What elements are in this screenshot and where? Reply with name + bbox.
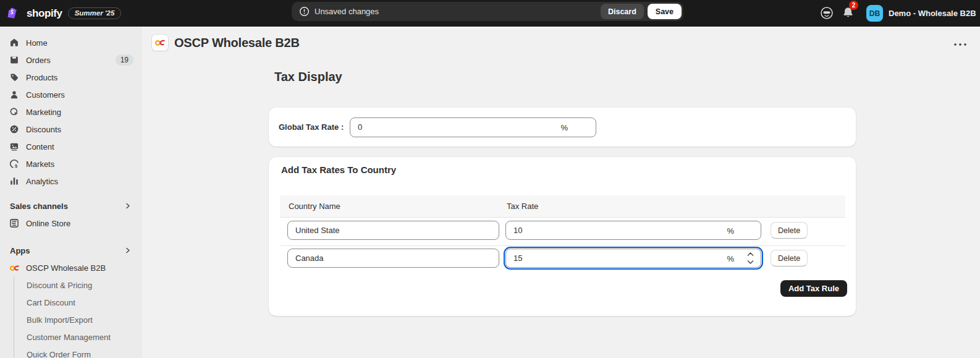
- unsaved-changes-bar: Unsaved changes Discard Save: [292, 2, 683, 21]
- sidebar-item-analytics[interactable]: Analytics: [5, 173, 137, 190]
- sidebar-item-marketing[interactable]: Marketing: [5, 103, 137, 121]
- more-actions-button[interactable]: [950, 36, 970, 53]
- sidebar-item-cart-discount[interactable]: Cart Discount: [14, 294, 142, 311]
- number-stepper: [743, 250, 758, 266]
- sidebar-item-label: Analytics: [26, 177, 58, 186]
- sidebar-item-quick-order-form[interactable]: Quick Order Form: [14, 346, 142, 358]
- column-header-tax-rate: Tax Rate: [507, 202, 538, 211]
- oscp-app-icon: [9, 263, 20, 272]
- apps-label: Apps: [10, 246, 30, 255]
- sidebar-section-sales-channels[interactable]: Sales channels: [5, 197, 137, 215]
- sidebar-item-discount-pricing[interactable]: Discount & Pricing: [14, 276, 142, 294]
- store-name: Demo - Wholesale B2B: [889, 9, 976, 18]
- sub-item-label: Customer Management: [27, 333, 111, 342]
- page-title: Tax Display: [274, 70, 342, 84]
- tax-rate-field-row2: %: [505, 249, 761, 268]
- save-button[interactable]: Save: [648, 4, 682, 19]
- markets-icon: $: [9, 158, 20, 169]
- sidebar-item-customers[interactable]: Customers: [5, 86, 137, 103]
- chevron-right-icon: [124, 246, 132, 255]
- global-tax-rate-label: Global Tax Rate :: [279, 122, 350, 132]
- sidebar-item-products[interactable]: Products: [5, 69, 137, 86]
- oscp-subnav: Discount & Pricing Cart Discount Bulk Im…: [14, 276, 142, 358]
- table-header-row: Country Name Tax Rate: [280, 195, 845, 218]
- percent-suffix: %: [727, 226, 734, 235]
- storefront-icon: [9, 218, 20, 229]
- products-icon: [9, 72, 20, 83]
- global-tax-rate-card: Global Tax Rate : %: [269, 108, 856, 147]
- orders-icon: [9, 54, 20, 66]
- country-name-input-row1[interactable]: [287, 221, 499, 240]
- add-tax-rule-button[interactable]: Add Tax Rule: [780, 280, 847, 297]
- sub-item-label: Discount & Pricing: [27, 281, 92, 290]
- sidebar-item-discounts[interactable]: Discounts: [5, 121, 137, 138]
- sidebar-item-label: Home: [26, 38, 48, 48]
- tax-rate-input-row1[interactable]: [505, 221, 761, 240]
- sidebar-item-markets[interactable]: $ Markets: [5, 155, 137, 173]
- svg-text:$: $: [15, 163, 18, 169]
- analytics-icon: [9, 176, 20, 187]
- discard-button[interactable]: Discard: [601, 4, 644, 19]
- main-content: OSCP Wholesale B2B Tax Display Global Ta…: [142, 27, 980, 358]
- sidebar-item-home[interactable]: Home: [5, 34, 137, 51]
- sub-item-label: Cart Discount: [27, 298, 75, 307]
- sidebar-item-orders[interactable]: Orders 19: [5, 51, 137, 69]
- app-page-title: OSCP Wholesale B2B: [174, 36, 300, 50]
- account-menu[interactable]: DB Demo - Wholesale B2B: [866, 0, 976, 27]
- sub-item-label: Quick Order Form: [27, 350, 91, 358]
- discounts-icon: [9, 124, 20, 135]
- tax-rate-field-row1: %: [505, 221, 761, 240]
- sidebar-item-label: Content: [26, 142, 54, 151]
- shopify-bag-icon: [6, 6, 21, 21]
- marketing-icon: [9, 106, 20, 117]
- percent-suffix: %: [727, 254, 734, 263]
- sidebar-item-content[interactable]: Content: [5, 138, 137, 155]
- sales-channels-label: Sales channels: [10, 202, 68, 211]
- stepper-down-icon[interactable]: [744, 258, 756, 266]
- sidebar-item-label: Customers: [26, 90, 65, 100]
- notification-count-badge: 2: [849, 1, 858, 10]
- ellipsis-icon: [953, 43, 967, 46]
- global-tax-rate-input[interactable]: [350, 117, 596, 137]
- tax-rates-country-card: Add Tax Rates To Country Country Name Ta…: [269, 157, 856, 316]
- orders-count-badge: 19: [116, 54, 133, 66]
- sidekick-icon[interactable]: [819, 6, 834, 20]
- home-icon: [9, 37, 20, 48]
- sidebar-item-label: OSCP Wholesale B2B: [26, 263, 106, 273]
- app-header: OSCP Wholesale B2B: [152, 35, 300, 51]
- topbar: shopify Summer '25 Unsaved changes Disca…: [0, 0, 980, 27]
- shopify-logo[interactable]: shopify Summer '25: [6, 0, 121, 27]
- sidebar-item-label: Discounts: [26, 125, 61, 134]
- column-header-country: Country Name: [289, 202, 340, 211]
- content-icon: [9, 141, 20, 152]
- avatar: DB: [866, 5, 883, 22]
- sidebar-item-label: Orders: [26, 56, 51, 65]
- sidebar-section-apps[interactable]: Apps: [5, 242, 137, 259]
- unsaved-changes-label: Unsaved changes: [315, 7, 379, 16]
- tax-rate-input-row2[interactable]: [505, 249, 761, 268]
- sub-item-label: Bulk Import/Export: [27, 315, 93, 325]
- global-tax-rate-field: %: [350, 117, 596, 137]
- sidebar-item-label: Marketing: [26, 108, 61, 117]
- sidebar-item-customer-management[interactable]: Customer Management: [14, 328, 142, 346]
- delete-button-row2[interactable]: Delete: [771, 250, 808, 266]
- row-divider: [280, 245, 845, 246]
- tax-rates-card-title: Add Tax Rates To Country: [281, 164, 396, 175]
- sidebar-item-label: Markets: [26, 160, 54, 169]
- shopify-wordmark: shopify: [27, 7, 62, 20]
- sidebar-item-online-store[interactable]: Online Store: [5, 215, 137, 232]
- alert-icon: [299, 6, 310, 17]
- oscp-app-logo: [152, 35, 168, 51]
- customers-icon: [9, 89, 20, 100]
- edition-badge: Summer '25: [68, 7, 122, 19]
- country-name-input-row2[interactable]: [287, 249, 499, 268]
- stepper-up-icon[interactable]: [744, 250, 756, 258]
- sidebar-item-label: Products: [26, 73, 57, 82]
- chevron-right-icon: [124, 202, 132, 210]
- sidebar: Home Orders 19 Products Customers Market…: [0, 27, 142, 358]
- delete-button-row1[interactable]: Delete: [771, 222, 808, 239]
- sidebar-item-bulk-import-export[interactable]: Bulk Import/Export: [14, 311, 142, 328]
- sidebar-item-oscp-app[interactable]: OSCP Wholesale B2B: [5, 259, 137, 276]
- sidebar-item-label: Online Store: [26, 219, 70, 228]
- percent-suffix: %: [560, 122, 568, 132]
